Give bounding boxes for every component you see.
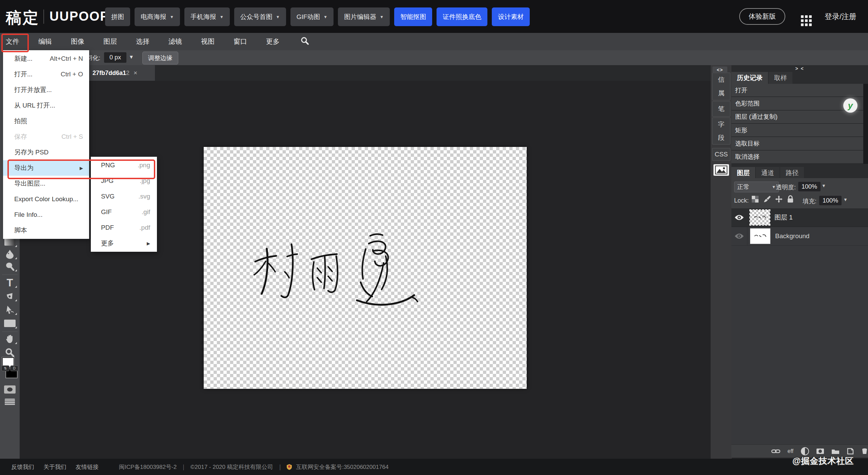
link-layers-icon[interactable] xyxy=(771,449,780,454)
file-menu-item-open-url[interactable]: 从 URL 打开... xyxy=(3,98,89,113)
side-tab-paragraph[interactable]: 段 xyxy=(718,133,725,142)
export-gif-item[interactable]: GIF.gif xyxy=(91,204,157,220)
feather-value-input[interactable]: 0 px xyxy=(104,52,126,63)
layer-row-background[interactable]: Background xyxy=(731,227,868,246)
login-register-link[interactable]: 登录/注册 xyxy=(825,12,856,22)
security-record-number[interactable]: 互联网安全备案号:35020602001764 xyxy=(296,463,388,471)
brand-logo-cn[interactable]: 稿定 xyxy=(6,7,40,28)
path-select-tool[interactable] xyxy=(0,305,20,315)
side-tab-info[interactable]: 信 xyxy=(718,75,725,84)
export-svg-item[interactable]: SVG.svg xyxy=(91,189,157,204)
file-menu-item-script[interactable]: 脚本 xyxy=(3,223,89,238)
history-item[interactable]: 选取目标 xyxy=(731,137,863,150)
menu-view[interactable]: 视图 xyxy=(196,37,220,46)
layer-name[interactable]: Background xyxy=(775,232,809,240)
tab-channels[interactable]: 通道 xyxy=(756,167,780,179)
layer-mask-icon[interactable] xyxy=(816,449,824,454)
file-menu-item-export-color-lookup[interactable]: Export Color Lookup... xyxy=(3,191,89,207)
try-new-version-button[interactable]: 体验新版 xyxy=(739,8,785,25)
lock-transparency-icon[interactable] xyxy=(751,195,759,203)
history-item[interactable]: 打开 xyxy=(731,84,863,97)
close-tab-icon[interactable]: × xyxy=(134,69,137,77)
file-menu-item-camera[interactable]: 拍照 xyxy=(3,113,89,129)
tab-paths[interactable]: 路径 xyxy=(780,167,804,179)
opacity-value[interactable]: 100% xyxy=(798,182,821,191)
side-tab-brush[interactable]: 笔 xyxy=(718,104,725,113)
quick-mask-button[interactable] xyxy=(0,384,20,395)
hand-tool[interactable] xyxy=(0,334,20,344)
footer-feedback-link[interactable]: 反馈我们 xyxy=(11,463,34,471)
layer-name[interactable]: 图层 1 xyxy=(774,213,793,222)
blur-tool[interactable] xyxy=(0,249,20,259)
swap-colors-button[interactable]: ⇅ xyxy=(1,365,9,371)
nav-design-assets-button[interactable]: 设计素材 xyxy=(492,7,530,26)
lock-pixels-icon[interactable] xyxy=(763,195,771,203)
delete-layer-icon[interactable] xyxy=(861,448,868,455)
menu-more[interactable]: 更多 xyxy=(261,37,285,46)
blend-mode-select[interactable]: 正常 ▼ xyxy=(734,182,779,192)
screen-mode-button[interactable] xyxy=(0,397,20,407)
default-colors-button[interactable]: D xyxy=(10,365,18,371)
lock-all-icon[interactable] xyxy=(787,195,794,203)
footer-friend-links[interactable]: 友情链接 xyxy=(76,463,99,471)
file-menu-item-export-as[interactable]: 导出为▶ xyxy=(3,160,89,176)
icp-number[interactable]: 闽ICP备18003982号-2 xyxy=(119,463,177,471)
file-menu-item-file-info[interactable]: File Info... xyxy=(3,207,89,223)
panel-collapse-bar[interactable]: > < xyxy=(731,65,868,72)
adjustment-layer-icon[interactable] xyxy=(801,447,809,455)
tab-layers[interactable]: 图层 xyxy=(731,167,755,179)
chevron-down-icon[interactable]: ▼ xyxy=(843,197,848,202)
file-menu-item-open-place[interactable]: 打开并放置... xyxy=(3,82,89,98)
layer-thumbnail[interactable] xyxy=(750,228,770,244)
menu-select[interactable]: 选择 xyxy=(131,37,155,46)
footer-about-link[interactable]: 关于我们 xyxy=(43,463,66,471)
chevron-down-icon[interactable]: ▼ xyxy=(822,183,826,188)
history-scrollbar[interactable] xyxy=(863,84,868,164)
lock-position-icon[interactable] xyxy=(775,195,783,203)
refine-edge-button[interactable]: 调整边缘 xyxy=(142,52,178,64)
tab-history[interactable]: 历史记录 xyxy=(731,72,768,84)
nav-id-photo-button[interactable]: 证件照换底色 xyxy=(437,7,487,26)
menu-edit[interactable]: 编辑 xyxy=(33,37,57,46)
layer-thumbnail[interactable] xyxy=(750,210,770,225)
customer-service-badge[interactable]: y xyxy=(843,98,857,113)
nav-wechat-cover-button[interactable]: 公众号首图▼ xyxy=(234,7,286,26)
nav-mobile-poster-button[interactable]: 手机海报▼ xyxy=(184,7,230,26)
pen-tool[interactable] xyxy=(0,291,20,301)
file-menu-item-export-layers[interactable]: 导出图层... xyxy=(3,176,89,191)
nav-image-editor-button[interactable]: 图片编辑器▼ xyxy=(338,7,390,26)
history-item[interactable]: 图层 (通过复制) xyxy=(731,111,863,124)
layer-effects-button[interactable]: eff xyxy=(788,448,794,454)
new-layer-icon[interactable] xyxy=(847,448,854,455)
history-item[interactable]: 取消选择 xyxy=(731,151,863,164)
tab-sampling[interactable]: 取样 xyxy=(769,72,792,84)
search-icon[interactable] xyxy=(296,37,314,46)
menu-file[interactable]: 文件 xyxy=(1,37,24,46)
collapse-panel-toggle[interactable]: <> xyxy=(712,66,727,73)
file-menu-item-new[interactable]: 新建...Alt+Ctrl + N xyxy=(3,51,89,66)
export-jpg-item[interactable]: JPG.jpg xyxy=(91,173,157,189)
export-png-item[interactable]: PNG.png xyxy=(91,157,157,173)
document-tab[interactable]: 27fb7dd6a12 × xyxy=(88,65,155,81)
menu-window[interactable]: 窗口 xyxy=(228,37,252,46)
export-more-item[interactable]: 更多▶ xyxy=(91,235,157,251)
layer-visibility-toggle[interactable] xyxy=(731,227,747,245)
text-tool[interactable]: T xyxy=(0,278,20,288)
nav-pintu-button[interactable]: 拼图 xyxy=(105,7,130,26)
zoom-tool[interactable] xyxy=(0,347,20,358)
chevron-down-icon[interactable]: ▼ xyxy=(129,54,134,60)
canvas[interactable] xyxy=(204,147,527,389)
fill-value[interactable]: 100% xyxy=(819,196,842,205)
layer-row-selected[interactable]: 图层 1 xyxy=(731,208,868,227)
menu-layer[interactable]: 图层 xyxy=(98,37,122,46)
nav-gif-button[interactable]: GIF动图▼ xyxy=(290,7,334,26)
side-tab-css[interactable]: CSS xyxy=(714,151,728,158)
file-menu-item-open[interactable]: 打开...Ctrl + O xyxy=(3,66,89,82)
apps-grid-icon[interactable] xyxy=(801,15,804,18)
rectangle-tool[interactable] xyxy=(0,318,20,328)
layer-visibility-toggle[interactable] xyxy=(731,208,747,227)
side-tab-properties[interactable]: 属 xyxy=(718,89,725,98)
history-item[interactable]: 矩形 xyxy=(731,124,863,137)
side-tab-character[interactable]: 字 xyxy=(718,120,725,129)
image-panel-button[interactable] xyxy=(713,164,729,176)
